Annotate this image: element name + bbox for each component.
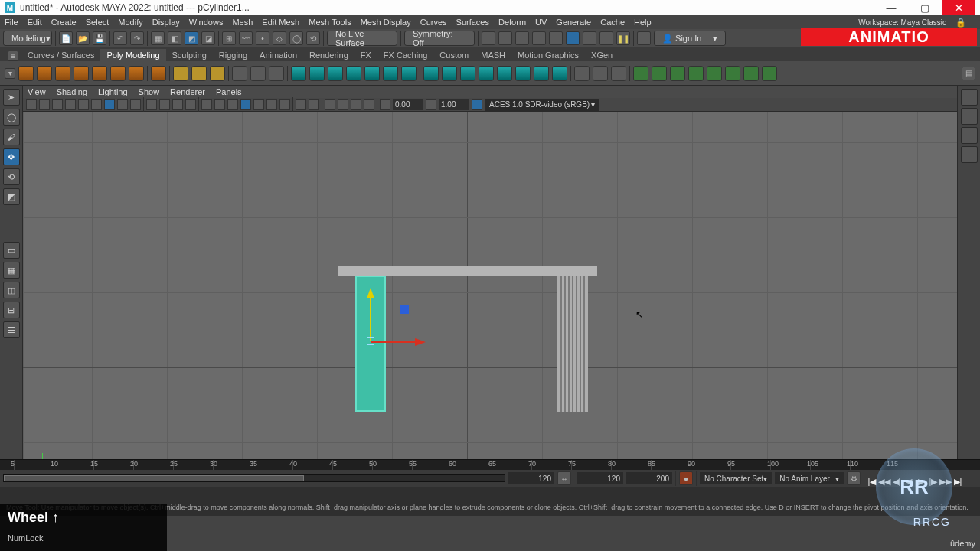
misc2-icon[interactable]: [762, 66, 777, 81]
ptb-22[interactable]: [309, 99, 319, 110]
panel-menu-shading[interactable]: Shading: [57, 87, 87, 96]
select-component-button[interactable]: ◩: [185, 31, 198, 45]
toolbar-btn-d[interactable]: [532, 31, 546, 45]
ptb-12[interactable]: [172, 99, 183, 110]
panel-menu-view[interactable]: View: [28, 87, 46, 96]
range-slider-track[interactable]: [3, 474, 505, 482]
modeling-toolkit-icon[interactable]: [961, 146, 978, 163]
select-hierarchy-button[interactable]: ▦: [151, 31, 165, 45]
menu-deform[interactable]: Deform: [498, 18, 526, 27]
sweep-icon[interactable]: [232, 66, 247, 81]
mirror-icon[interactable]: [423, 66, 439, 81]
ptb-01[interactable]: [26, 99, 37, 110]
move-tool-icon[interactable]: ✥: [3, 148, 20, 165]
menu-file[interactable]: File: [5, 18, 18, 27]
save-scene-button[interactable]: 💾: [93, 31, 106, 45]
shelf-tab-motiongraphics[interactable]: Motion Graphics: [511, 49, 585, 61]
signin-dropdown[interactable]: 👤 Sign In ▾: [654, 31, 726, 46]
ptb-13[interactable]: [185, 99, 196, 110]
shelf-tab-xgen[interactable]: XGen: [585, 49, 619, 61]
mesh-leg-right[interactable]: [557, 276, 588, 412]
move-gizmo-y-axis[interactable]: [370, 297, 371, 341]
polyplatonic-icon[interactable]: [151, 66, 166, 81]
menu-cache[interactable]: Cache: [600, 18, 625, 27]
boolean-icon[interactable]: [328, 66, 343, 81]
ptb-02[interactable]: [39, 99, 50, 110]
menu-edit[interactable]: Edit: [28, 18, 42, 27]
polycube-icon[interactable]: [37, 66, 52, 81]
ptb-24[interactable]: [338, 99, 348, 110]
connect-icon[interactable]: [593, 66, 608, 81]
svg-icon[interactable]: [210, 66, 225, 81]
ptb-25[interactable]: [351, 99, 361, 110]
ptb-07[interactable]: [104, 99, 115, 110]
ptb-09[interactable]: [130, 99, 141, 110]
multicut-icon[interactable]: [534, 66, 549, 81]
workspace-label[interactable]: Workspace: Maya Classic: [858, 18, 946, 27]
anim-layer-dropdown[interactable]: No Anim Layer ▾: [775, 472, 844, 484]
remesh-icon[interactable]: [652, 66, 667, 81]
exposure-icon[interactable]: [380, 99, 390, 110]
menu-modify[interactable]: Modify: [118, 18, 142, 27]
ptb-14[interactable]: [201, 99, 212, 110]
range-slider-thumb[interactable]: [4, 475, 304, 481]
toolbar-pause-button[interactable]: ❚❚: [616, 31, 630, 45]
layout-two-icon[interactable]: ◫: [3, 282, 20, 298]
shelf-options-icon[interactable]: ▤: [962, 67, 975, 80]
polydisc-icon[interactable]: [129, 66, 144, 81]
menu-mesh[interactable]: Mesh: [232, 18, 253, 27]
toolbar-btn-h[interactable]: [599, 31, 613, 45]
cleanup-icon[interactable]: [688, 66, 704, 81]
move-gizmo-x-arrow-icon[interactable]: [415, 338, 426, 346]
colorspace-dropdown[interactable]: ACES 1.0 SDR-video (sRGB) ▾: [485, 99, 599, 111]
quadrangulate-icon[interactable]: [725, 66, 740, 81]
ptb-03[interactable]: [52, 99, 63, 110]
ptb-04[interactable]: [65, 99, 76, 110]
target-icon[interactable]: [497, 66, 512, 81]
menu-edit-mesh[interactable]: Edit Mesh: [262, 18, 299, 27]
move-gizmo-center[interactable]: [367, 337, 374, 345]
shelf-tab-polymodeling[interactable]: Poly Modeling: [100, 49, 165, 61]
time-slider[interactable]: 5101520253035404550556065707580859095100…: [0, 459, 980, 470]
ptb-06[interactable]: [91, 99, 102, 110]
menu-help[interactable]: Help: [634, 18, 652, 27]
toolbar-btn-a[interactable]: [482, 31, 495, 45]
layout-four-icon[interactable]: ▦: [3, 262, 20, 279]
menu-uv[interactable]: UV: [535, 18, 547, 27]
range-lock-icon[interactable]: ↔: [557, 471, 571, 485]
redo-button[interactable]: ↷: [130, 31, 144, 45]
shelf-tab-fx[interactable]: FX: [354, 49, 377, 61]
anim-prefs-icon[interactable]: ⚙: [847, 471, 861, 485]
layout-two-v-icon[interactable]: ⊟: [3, 302, 20, 318]
triangulate-icon[interactable]: [707, 66, 722, 81]
snap-live-button[interactable]: ⟲: [306, 31, 320, 45]
ptb-16[interactable]: [227, 99, 238, 110]
ptb-08[interactable]: [117, 99, 128, 110]
symmetry-dropdown[interactable]: Symmetry: Off: [404, 31, 475, 46]
range-end-b[interactable]: 200: [626, 472, 672, 484]
exposure-value[interactable]: 0.00: [393, 99, 423, 110]
character-set-dropdown[interactable]: No Character Set ▾: [700, 472, 772, 484]
layout-single-icon[interactable]: ▭: [3, 242, 20, 259]
go-end-button[interactable]: ▶|: [952, 476, 963, 487]
polytorus-icon[interactable]: [92, 66, 107, 81]
select-template-button[interactable]: ◪: [201, 31, 215, 45]
snap-curve-button[interactable]: 〰: [239, 31, 253, 45]
menu-mesh-tools[interactable]: Mesh Tools: [309, 18, 351, 27]
close-button[interactable]: ✕: [942, 0, 975, 15]
menu-surfaces[interactable]: Surfaces: [456, 18, 489, 27]
command-line[interactable]: [0, 487, 980, 502]
toolbar-btn-f[interactable]: [566, 31, 580, 45]
polytext-icon[interactable]: [191, 66, 207, 81]
ptb-17[interactable]: [240, 99, 251, 110]
sweep2-icon[interactable]: [250, 66, 266, 81]
toolbar-btn-c[interactable]: [515, 31, 529, 45]
menu-generate[interactable]: Generate: [556, 18, 591, 27]
menu-display[interactable]: Display: [152, 18, 180, 27]
minimize-button[interactable]: —: [874, 0, 908, 15]
viewport[interactable]: ↖ front -Z M: [23, 112, 957, 459]
scale-tool-icon[interactable]: ◩: [3, 188, 20, 205]
open-scene-button[interactable]: 📂: [76, 31, 90, 45]
sweep3-icon[interactable]: [269, 66, 284, 81]
shelf-tab-animation[interactable]: Animation: [253, 49, 303, 61]
